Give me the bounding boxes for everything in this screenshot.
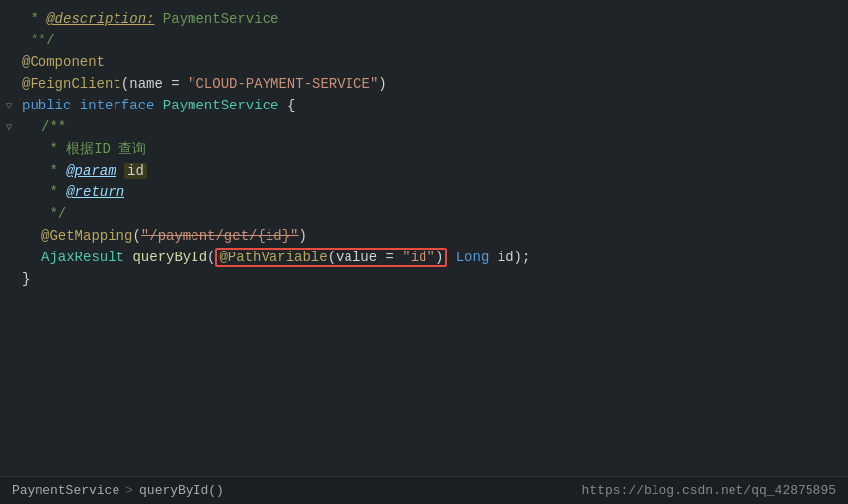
javadoc-close: */ xyxy=(41,206,66,222)
line-content-3: @Component xyxy=(18,54,105,70)
line-content-8: * @param id xyxy=(18,163,147,179)
annotation-component: @Component xyxy=(22,54,105,70)
code-line-3: @Component xyxy=(0,51,848,73)
line-content-12: AjaxResult queryById(@PathVariable(value… xyxy=(18,248,530,267)
annotation-get-mapping: @GetMapping xyxy=(41,228,132,244)
line-content-6: /** xyxy=(18,119,66,135)
ajax-result-class: AjaxResult xyxy=(41,250,124,265)
value-id-string: "id" xyxy=(402,250,435,265)
annotation-feign: @FeignClient xyxy=(22,76,121,92)
line-content-2: **/ xyxy=(18,33,55,48)
annotation-path-variable: @PathVariable xyxy=(219,250,327,265)
javadoc-open: /** xyxy=(41,119,66,135)
status-bar: PaymentService > queryById() https://blo… xyxy=(0,476,848,504)
line-content-5: public interface PaymentService { xyxy=(18,98,295,113)
feign-name-value: "CLOUD-PAYMENT-SERVICE" xyxy=(188,76,378,92)
code-line-11: @GetMapping("/payment/get/{id}") xyxy=(0,225,848,247)
code-editor: * @description: PaymentService **/ @Comp… xyxy=(0,0,848,476)
breadcrumb-separator: > xyxy=(125,483,133,498)
code-line-10: */ xyxy=(0,203,848,225)
method-query-by-id: queryById xyxy=(132,250,207,265)
param-id-highlight: id xyxy=(124,163,147,179)
annotation-description: @description: xyxy=(46,11,154,27)
line-content-7: * 根据ID 查询 xyxy=(18,140,146,158)
breadcrumb-method: queryById() xyxy=(139,483,224,498)
line-content-10: */ xyxy=(18,206,66,222)
keyword-long: Long xyxy=(456,250,490,265)
code-line-8: * @param id xyxy=(0,160,848,181)
line-content-13: } xyxy=(18,271,30,287)
paren-open: (name = xyxy=(121,76,188,92)
code-line-1: * @description: PaymentService xyxy=(0,8,848,30)
fold-6[interactable]: ▽ xyxy=(0,121,18,133)
class-payment-service: PaymentService xyxy=(163,98,279,113)
get-mapping-path: "/payment/get/{id}" xyxy=(141,228,299,244)
return-tag: @return xyxy=(66,184,124,200)
breadcrumb: PaymentService > queryById() xyxy=(12,483,224,498)
comment-value: PaymentService xyxy=(154,11,278,27)
code-line-6: ▽ /** xyxy=(0,116,848,138)
keyword-interface: interface xyxy=(80,98,155,113)
code-line-2: **/ xyxy=(0,30,848,51)
line-content-4: @FeignClient(name = "CLOUD-PAYMENT-SERVI… xyxy=(18,76,387,92)
code-line-13: } xyxy=(0,268,848,290)
javadoc-star3: * xyxy=(41,184,66,200)
comment-text: * xyxy=(22,11,46,27)
javadoc-star2: * xyxy=(41,163,66,179)
breadcrumb-class: PaymentService xyxy=(12,483,119,498)
code-line-5: ▽ public interface PaymentService { xyxy=(0,95,848,116)
javadoc-desc: * 根据ID 查询 xyxy=(41,140,146,158)
code-line-7: * 根据ID 查询 xyxy=(0,138,848,160)
fold-5[interactable]: ▽ xyxy=(0,100,18,111)
code-line-4: @FeignClient(name = "CLOUD-PAYMENT-SERVI… xyxy=(0,73,848,95)
code-line-9: * @return xyxy=(0,181,848,203)
code-line-12: AjaxResult queryById(@PathVariable(value… xyxy=(0,247,848,268)
line-content-9: * @return xyxy=(18,184,124,200)
param-tag: @param xyxy=(66,163,116,179)
line-content-11: @GetMapping("/payment/get/{id}") xyxy=(18,228,307,244)
keyword-public: public xyxy=(22,98,71,113)
space xyxy=(116,163,124,179)
path-variable-highlight: @PathVariable(value = "id") xyxy=(215,248,447,267)
blog-url[interactable]: https://blog.csdn.net/qq_42875895 xyxy=(582,483,836,498)
closing-brace: } xyxy=(22,271,30,287)
comment-close: **/ xyxy=(22,33,55,48)
line-content-1: * @description: PaymentService xyxy=(18,11,278,27)
paren-close: ) xyxy=(378,76,386,92)
